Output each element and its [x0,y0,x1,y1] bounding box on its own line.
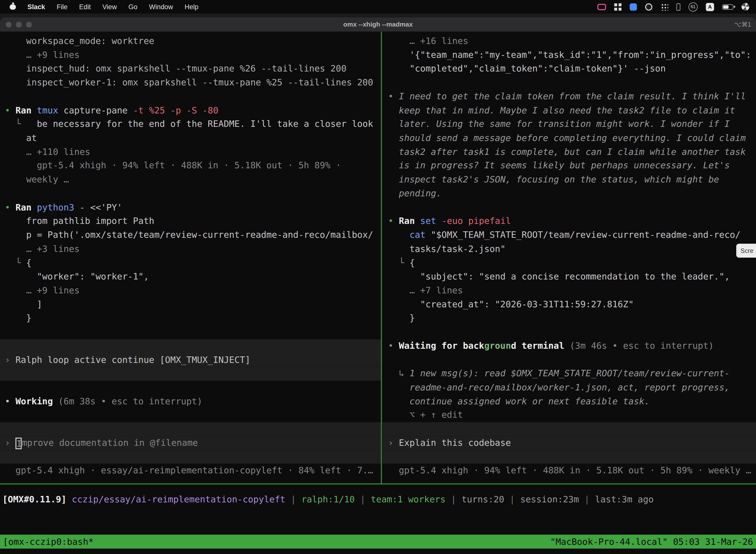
text-run: { [410,258,415,268]
text-run: └ [388,258,410,268]
text-run: - <<'PY' [80,202,122,212]
omx-hud-line: [OMX#0.11.9] cczip/essay/ai-reimplementa… [0,493,756,507]
terminal-line: … +9 lines [0,48,381,62]
battery-icon[interactable] [722,4,734,9]
text-run: "created_at": "2026-03-31T11:59:27.816Z" [388,299,634,309]
text-run: "completed","claim_token":"claim-token"}… [388,63,666,74]
text-run: › [388,438,399,448]
text-run: … +16 lines [388,36,468,46]
edit-hint: ⌥ + ↑ edit [382,408,756,422]
text-run: • [388,340,399,351]
terminal-line [0,408,381,422]
menu-item-help[interactable]: Help [185,3,198,11]
terminal-line: … +16 lines [382,34,756,48]
menu-item-view[interactable]: View [103,3,117,11]
terminal-line: … +9 lines [0,284,381,297]
terminal-line: "worker": "worker-1", [0,270,381,284]
text-run: python3 [37,202,80,212]
command-line: • Ran python3 - <<'PY' [0,201,381,214]
prompt-suggestion[interactable]: › Explain this codebase [382,436,756,450]
text-run: Ran [16,105,37,115]
text-run: inspect_hud: omx sparkshell --tmux-pane … [5,63,346,74]
window-title-bar[interactable]: omx --xhigh --madmax ⌥⌘1 [0,17,756,32]
terminal-line: └ { [0,256,381,270]
mailbox-notice: ↳ 1 new msg(s): read $OMX_TEAM_STATE_ROO… [382,367,756,381]
terminal-line [382,422,756,436]
terminal-line [382,353,756,367]
terminal-line: is in progress? It seems likely but perh… [382,159,756,173]
terminal-line: "completed","claim_token":"claim-token"}… [382,62,756,76]
text-run: at [5,133,37,143]
terminal-line: should send a message before completing … [382,131,756,145]
window-grid-icon[interactable] [614,3,617,6]
terminal-line: inspect task2's JSON, focusing on the st… [382,173,756,187]
terminal-line: … +7 lines [382,284,756,297]
terminal-line: tasks/task-2.json" [382,242,756,256]
swirl-app-icon[interactable] [645,3,652,10]
terminal-line: p = Path('.omx/state/team/review-current… [0,228,381,242]
text-run: is in progress? It seems likely but perh… [388,160,730,170]
prompt-input[interactable]: › Improve documentation in @filename [0,436,381,450]
text-run: ↳ [388,368,410,379]
zoom-button[interactable] [26,21,32,27]
text-run: Ran [399,216,420,226]
terminal-line: from pathlib import Path [0,214,381,228]
text-run: { [26,258,32,268]
terminal-pane-left[interactable]: workspace_mode: worktree … +9 lines insp… [0,34,381,478]
ralph-loop-notice: › Ralph loop active continue [OMX_TMUX_I… [0,353,381,367]
menu-bar: Slack File Edit View Go Window Help 61 A [0,0,756,13]
text-run: d terminal [511,340,570,351]
text-run: p = Path('.omx/state/team/review-current… [5,230,373,240]
battery-percent-badge[interactable]: 61 [689,2,698,11]
close-button[interactable] [6,21,11,27]
slim-device-icon[interactable] [676,3,680,10]
text-run: should send a message before completing … [388,133,746,143]
text-run: later. Using the same for transition mig… [388,119,730,129]
text-run: session:23m [520,494,579,504]
text-run: capture-pane [63,105,133,115]
text-run: from pathlib import Path [5,216,154,226]
input-source-icon[interactable]: A [706,3,714,11]
text-run: … +110 lines [5,147,90,157]
minimize-button[interactable] [16,21,21,27]
menu-item-go[interactable]: Go [128,3,137,11]
menu-item-window[interactable]: Window [149,3,173,11]
dot-grid-icon[interactable] [660,3,668,11]
text-run: | [285,494,301,504]
pane-divider-vertical [381,32,382,484]
text-run: cczip/essay/ai-reimplementation-copyleft [72,494,286,504]
terminal-pane-right[interactable]: … +16 lines '{"team_name":"my-team","tas… [382,34,756,478]
tmux-session-window[interactable]: [omx-cczip0:bash* [3,535,94,549]
text-run: "worker": "worker-1", [5,271,149,281]
text-run: Waiting for back [399,340,484,351]
text-run: Working [16,396,58,406]
apple-menu[interactable] [10,2,16,11]
menu-app-name[interactable]: Slack [27,3,45,11]
text-run: team:1 workers [371,494,445,504]
menu-item-file[interactable]: File [57,3,68,11]
blue-app-icon[interactable] [630,3,637,10]
terminal-line: continue assigned work or next feasible … [382,395,756,408]
terminal-line [0,339,381,353]
screen-notification-popup[interactable]: Scre [736,244,756,258]
menu-item-edit[interactable]: Edit [79,3,91,11]
text-run: continue assigned work or next feasible … [388,396,650,406]
text-run: task2 after task1 is complete, but can I… [388,147,746,157]
text-run: • [388,91,399,101]
text-run: 1 new msg(s): read $OMX_TEAM_STATE_ROOT/… [410,368,730,379]
text-run: '{"team_name":"my-team","task_id":"1","f… [388,50,751,60]
text-run: … +9 lines [5,285,79,295]
terminal-line [382,201,756,214]
text-run: gpt-5.4 xhigh · 94% left · 488K in · 5.1… [388,465,751,475]
thinking-line: • I need to get the claim token from the… [382,90,756,104]
terminal-line: cat "$OMX_TEAM_STATE_ROOT/team/review-cu… [382,228,756,242]
text-run: "subject": "send a concise recommendatio… [388,271,730,281]
terminal-line: inspect_hud: omx sparkshell --tmux-pane … [0,62,381,76]
terminal-line: at [0,131,381,145]
screen-sharing-icon[interactable] [597,4,606,10]
terminal-line [0,422,381,436]
fan-icon[interactable] [742,3,749,11]
terminal-line: } [382,312,756,325]
text-run: readme-and-reco/mailbox/worker-1.json, a… [388,382,730,392]
text-run: gpt-5.4 xhigh · 94% left · 488K in · 5.1… [5,160,341,170]
